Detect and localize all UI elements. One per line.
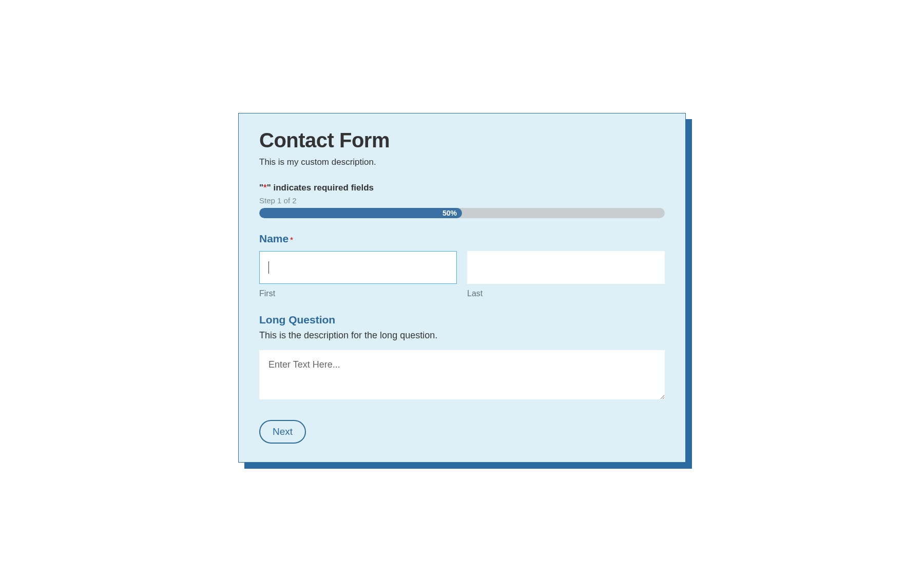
long-question-description: This is the description for the long que… bbox=[259, 330, 665, 341]
last-name-sublabel: Last bbox=[467, 289, 665, 298]
progress-percent-label: 50% bbox=[442, 209, 457, 217]
form-container: Contact Form This is my custom descripti… bbox=[238, 113, 686, 463]
name-field-row: First Last bbox=[259, 251, 665, 298]
asterisk-icon: * bbox=[263, 183, 267, 193]
name-label-text: Name bbox=[259, 233, 288, 245]
first-name-input-wrap bbox=[259, 251, 457, 284]
text-cursor-icon bbox=[268, 261, 269, 274]
progress-bar: 50% bbox=[259, 208, 665, 218]
required-note-suffix: " indicates required fields bbox=[267, 183, 374, 193]
progress-fill: 50% bbox=[259, 208, 462, 218]
required-fields-note: "*" indicates required fields bbox=[259, 183, 665, 193]
step-label: Step 1 of 2 bbox=[259, 196, 665, 205]
form-description: This is my custom description. bbox=[259, 157, 665, 167]
first-name-input[interactable] bbox=[259, 251, 457, 284]
name-field-label: Name * bbox=[259, 233, 665, 245]
form-panel: Contact Form This is my custom descripti… bbox=[238, 113, 686, 463]
next-button[interactable]: Next bbox=[259, 420, 306, 444]
required-note-prefix: " bbox=[259, 183, 263, 193]
first-name-column: First bbox=[259, 251, 457, 298]
long-question-textarea-wrap bbox=[259, 350, 665, 401]
long-question-label: Long Question bbox=[259, 314, 665, 326]
long-question-textarea[interactable] bbox=[259, 350, 665, 399]
long-question-label-text: Long Question bbox=[259, 314, 335, 326]
first-name-sublabel: First bbox=[259, 289, 457, 298]
form-title: Contact Form bbox=[259, 129, 665, 152]
required-asterisk-icon: * bbox=[290, 236, 293, 244]
last-name-column: Last bbox=[467, 251, 665, 298]
last-name-input[interactable] bbox=[467, 251, 665, 284]
